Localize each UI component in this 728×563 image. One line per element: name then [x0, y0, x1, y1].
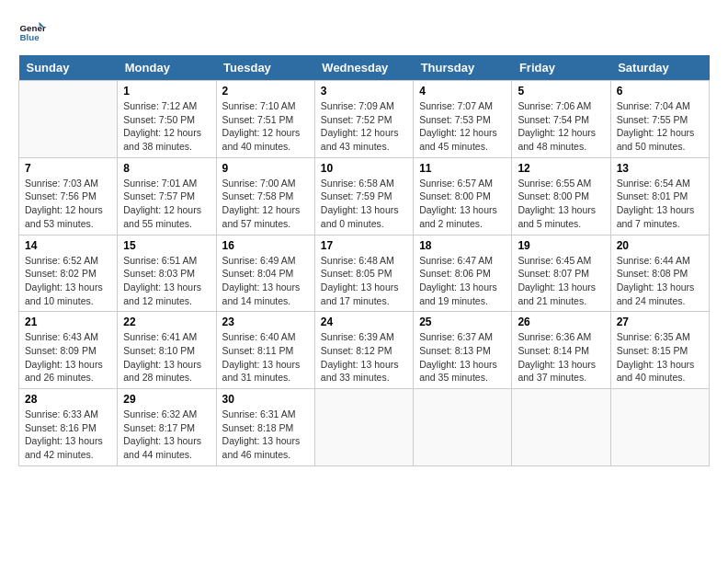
calendar-cell: 12Sunrise: 6:55 AM Sunset: 8:00 PM Dayli…	[512, 157, 610, 235]
day-number: 15	[123, 239, 210, 252]
weekday-header-tuesday: Tuesday	[216, 55, 314, 81]
day-number: 24	[321, 316, 407, 328]
day-info: Sunrise: 7:03 AM Sunset: 7:56 PM Dayligh…	[25, 177, 111, 231]
calendar-cell: 21Sunrise: 6:43 AM Sunset: 8:09 PM Dayli…	[19, 312, 118, 389]
day-number: 1	[123, 85, 210, 98]
day-info: Sunrise: 6:51 AM Sunset: 8:03 PM Dayligh…	[123, 254, 210, 308]
calendar-cell: 16Sunrise: 6:49 AM Sunset: 8:04 PM Dayli…	[216, 235, 314, 312]
logo: General Blue	[18, 18, 46, 46]
day-number: 28	[25, 393, 111, 406]
day-info: Sunrise: 6:31 AM Sunset: 8:18 PM Dayligh…	[222, 408, 309, 462]
day-number: 7	[25, 162, 111, 175]
day-number: 12	[518, 162, 604, 175]
day-info: Sunrise: 6:58 AM Sunset: 7:59 PM Dayligh…	[321, 177, 407, 231]
calendar-cell	[512, 389, 610, 466]
day-number: 21	[25, 316, 111, 328]
day-number: 20	[617, 239, 703, 252]
calendar-cell: 20Sunrise: 6:44 AM Sunset: 8:08 PM Dayli…	[610, 235, 709, 312]
calendar-cell: 30Sunrise: 6:31 AM Sunset: 8:18 PM Dayli…	[216, 389, 314, 466]
day-info: Sunrise: 6:41 AM Sunset: 8:10 PM Dayligh…	[123, 330, 210, 385]
day-number: 27	[617, 316, 703, 328]
day-info: Sunrise: 7:06 AM Sunset: 7:54 PM Dayligh…	[518, 99, 604, 154]
calendar-week-row: 14Sunrise: 6:52 AM Sunset: 8:02 PM Dayli…	[19, 235, 710, 312]
day-info: Sunrise: 6:43 AM Sunset: 8:09 PM Dayligh…	[25, 330, 111, 385]
day-info: Sunrise: 6:54 AM Sunset: 8:01 PM Dayligh…	[617, 177, 703, 231]
calendar-cell: 18Sunrise: 6:47 AM Sunset: 8:06 PM Dayli…	[414, 235, 512, 312]
day-number: 2	[222, 85, 309, 98]
calendar-cell: 22Sunrise: 6:41 AM Sunset: 8:10 PM Dayli…	[118, 312, 216, 389]
calendar-week-row: 28Sunrise: 6:33 AM Sunset: 8:16 PM Dayli…	[19, 389, 710, 466]
day-number: 25	[419, 316, 506, 328]
day-info: Sunrise: 6:55 AM Sunset: 8:00 PM Dayligh…	[518, 177, 604, 231]
weekday-header-row: SundayMondayTuesdayWednesdayThursdayFrid…	[19, 55, 710, 81]
logo-icon: General Blue	[18, 18, 46, 46]
day-info: Sunrise: 6:32 AM Sunset: 8:17 PM Dayligh…	[123, 408, 210, 462]
day-number: 30	[222, 393, 309, 406]
day-info: Sunrise: 6:36 AM Sunset: 8:14 PM Dayligh…	[518, 330, 604, 385]
day-number: 4	[419, 85, 506, 98]
calendar-cell: 5Sunrise: 7:06 AM Sunset: 7:54 PM Daylig…	[512, 81, 610, 158]
calendar-cell: 4Sunrise: 7:07 AM Sunset: 7:53 PM Daylig…	[414, 81, 512, 158]
calendar-cell: 25Sunrise: 6:37 AM Sunset: 8:13 PM Dayli…	[414, 312, 512, 389]
calendar-cell: 23Sunrise: 6:40 AM Sunset: 8:11 PM Dayli…	[216, 312, 314, 389]
day-info: Sunrise: 7:10 AM Sunset: 7:51 PM Dayligh…	[222, 99, 309, 154]
calendar-cell: 3Sunrise: 7:09 AM Sunset: 7:52 PM Daylig…	[314, 81, 413, 158]
day-number: 23	[222, 316, 309, 328]
day-info: Sunrise: 6:52 AM Sunset: 8:02 PM Dayligh…	[25, 254, 111, 308]
calendar-cell	[19, 81, 118, 158]
calendar-week-row: 1Sunrise: 7:12 AM Sunset: 7:50 PM Daylig…	[19, 81, 710, 158]
calendar-cell: 24Sunrise: 6:39 AM Sunset: 8:12 PM Dayli…	[314, 312, 413, 389]
weekday-header-sunday: Sunday	[19, 55, 118, 81]
day-number: 5	[518, 85, 604, 98]
day-number: 3	[321, 85, 407, 98]
calendar-cell: 27Sunrise: 6:35 AM Sunset: 8:15 PM Dayli…	[610, 312, 709, 389]
calendar-week-row: 21Sunrise: 6:43 AM Sunset: 8:09 PM Dayli…	[19, 312, 710, 389]
calendar-cell: 8Sunrise: 7:01 AM Sunset: 7:57 PM Daylig…	[118, 157, 216, 235]
day-number: 8	[123, 162, 210, 175]
header: General Blue	[18, 18, 710, 46]
calendar-cell: 2Sunrise: 7:10 AM Sunset: 7:51 PM Daylig…	[216, 81, 314, 158]
day-info: Sunrise: 6:48 AM Sunset: 8:05 PM Dayligh…	[321, 254, 407, 308]
calendar-table: SundayMondayTuesdayWednesdayThursdayFrid…	[18, 55, 710, 466]
calendar-cell: 17Sunrise: 6:48 AM Sunset: 8:05 PM Dayli…	[314, 235, 413, 312]
day-info: Sunrise: 6:57 AM Sunset: 8:00 PM Dayligh…	[419, 177, 506, 231]
day-number: 22	[123, 316, 210, 328]
day-info: Sunrise: 6:45 AM Sunset: 8:07 PM Dayligh…	[518, 254, 604, 308]
day-info: Sunrise: 6:47 AM Sunset: 8:06 PM Dayligh…	[419, 254, 506, 308]
day-info: Sunrise: 6:44 AM Sunset: 8:08 PM Dayligh…	[617, 254, 703, 308]
calendar-cell: 1Sunrise: 7:12 AM Sunset: 7:50 PM Daylig…	[118, 81, 216, 158]
day-info: Sunrise: 6:33 AM Sunset: 8:16 PM Dayligh…	[25, 408, 111, 462]
calendar-cell: 19Sunrise: 6:45 AM Sunset: 8:07 PM Dayli…	[512, 235, 610, 312]
calendar-cell: 13Sunrise: 6:54 AM Sunset: 8:01 PM Dayli…	[610, 157, 709, 235]
day-number: 19	[518, 239, 604, 252]
day-info: Sunrise: 6:49 AM Sunset: 8:04 PM Dayligh…	[222, 254, 309, 308]
day-number: 18	[419, 239, 506, 252]
calendar-cell: 11Sunrise: 6:57 AM Sunset: 8:00 PM Dayli…	[414, 157, 512, 235]
calendar-cell: 28Sunrise: 6:33 AM Sunset: 8:16 PM Dayli…	[19, 389, 118, 466]
day-number: 26	[518, 316, 604, 328]
day-number: 11	[419, 162, 506, 175]
day-info: Sunrise: 7:01 AM Sunset: 7:57 PM Dayligh…	[123, 177, 210, 231]
day-info: Sunrise: 6:37 AM Sunset: 8:13 PM Dayligh…	[419, 330, 506, 385]
day-number: 9	[222, 162, 309, 175]
weekday-header-friday: Friday	[512, 55, 610, 81]
weekday-header-monday: Monday	[118, 55, 216, 81]
day-info: Sunrise: 6:35 AM Sunset: 8:15 PM Dayligh…	[617, 330, 703, 385]
calendar-cell	[314, 389, 413, 466]
day-info: Sunrise: 6:39 AM Sunset: 8:12 PM Dayligh…	[321, 330, 407, 385]
svg-text:Blue: Blue	[20, 32, 40, 42]
weekday-header-thursday: Thursday	[414, 55, 512, 81]
day-number: 17	[321, 239, 407, 252]
calendar-cell: 26Sunrise: 6:36 AM Sunset: 8:14 PM Dayli…	[512, 312, 610, 389]
day-info: Sunrise: 7:04 AM Sunset: 7:55 PM Dayligh…	[617, 99, 703, 154]
calendar-cell: 29Sunrise: 6:32 AM Sunset: 8:17 PM Dayli…	[118, 389, 216, 466]
calendar-week-row: 7Sunrise: 7:03 AM Sunset: 7:56 PM Daylig…	[19, 157, 710, 235]
calendar-cell: 15Sunrise: 6:51 AM Sunset: 8:03 PM Dayli…	[118, 235, 216, 312]
day-info: Sunrise: 7:07 AM Sunset: 7:53 PM Dayligh…	[419, 99, 506, 154]
calendar-cell: 10Sunrise: 6:58 AM Sunset: 7:59 PM Dayli…	[314, 157, 413, 235]
calendar-cell: 9Sunrise: 7:00 AM Sunset: 7:58 PM Daylig…	[216, 157, 314, 235]
day-number: 14	[25, 239, 111, 252]
day-number: 10	[321, 162, 407, 175]
svg-text:General: General	[20, 23, 47, 33]
calendar-cell: 6Sunrise: 7:04 AM Sunset: 7:55 PM Daylig…	[610, 81, 709, 158]
